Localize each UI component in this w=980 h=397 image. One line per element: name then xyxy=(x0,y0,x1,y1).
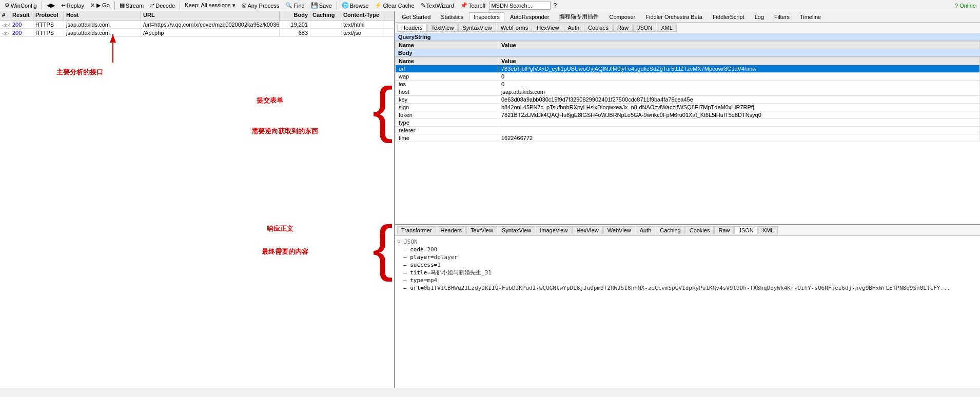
cell-caching xyxy=(310,29,341,37)
decode-button[interactable]: ⇌ Decode xyxy=(147,1,178,11)
table-row[interactable]: ◁▷5 200 HTTPS jsap.attakids.com /url=htt… xyxy=(0,21,394,29)
textwizard-icon: ✎ xyxy=(421,2,425,9)
req-tab-headers[interactable]: Headers xyxy=(397,24,427,32)
nav-button[interactable]: ◀▶ xyxy=(44,1,57,11)
stream-button[interactable]: ▦ Stream xyxy=(117,1,146,11)
annotation-submit-form: 提交表单 xyxy=(257,96,283,105)
body-table-row[interactable]: key0e63d08a9abb030c19f9d7f3290829902401f… xyxy=(396,96,980,104)
msdn-search-input[interactable] xyxy=(489,2,551,10)
tab-inspectors[interactable]: Inspectors xyxy=(469,12,504,22)
resp-tab-raw[interactable]: Raw xyxy=(714,226,734,234)
help-icon[interactable]: ? xyxy=(552,2,558,9)
response-content: ▽ JSON – code=200– player=dplayer– succe… xyxy=(395,236,980,388)
winconfig-button[interactable]: ⚙ WinConfig xyxy=(2,1,40,11)
replay-button[interactable]: ↩ Replay xyxy=(58,1,87,11)
cell-body: 683 xyxy=(280,29,310,37)
cell-url: /Api.php xyxy=(141,29,280,37)
find-button[interactable]: 🔍 Find xyxy=(283,1,307,11)
save-button[interactable]: 💾 Save xyxy=(308,1,335,11)
req-tab-cookies[interactable]: Cookies xyxy=(584,24,613,32)
body-table-row[interactable]: signb842onL45PN7c_pTsufbnbRXpyLHslxDioqw… xyxy=(396,104,980,111)
body-table-row[interactable]: url783ebTjblPglVXxD_eyfl1pUBUwoOyjAQINJI… xyxy=(396,65,980,73)
cell-result: 200 xyxy=(10,21,33,29)
req-tab-json[interactable]: JSON xyxy=(633,24,656,32)
resp-tab-caching[interactable]: Caching xyxy=(656,226,684,234)
textwizard-button[interactable]: ✎ TextWizard xyxy=(418,1,457,11)
clearcache-icon: ⚡ xyxy=(375,2,382,9)
json-item: – code=200 xyxy=(403,246,978,253)
control-icon: ✕ ▶ Go xyxy=(90,2,110,9)
resp-tab-xml[interactable]: XML xyxy=(758,226,778,234)
process-button[interactable]: ◎ Any Process xyxy=(239,1,282,11)
resp-tab-cookies[interactable]: Cookies xyxy=(685,226,714,234)
tab-orchestra[interactable]: Fiddler Orchestra Beta xyxy=(641,12,707,22)
body-cell-value xyxy=(498,119,980,127)
cell-body: 19,201 xyxy=(280,21,310,29)
body-table-row[interactable]: time1622466772 xyxy=(396,134,980,142)
resp-tab-textview[interactable]: TextView xyxy=(466,226,497,234)
body-cell-value: b842onL45PN7c_pTsufbnbRXpyLHslxDioqwxeaJ… xyxy=(498,104,980,111)
resp-tab-transformer[interactable]: Transformer xyxy=(397,226,436,234)
tab-fiddlerscript[interactable]: FiddlerScript xyxy=(708,12,749,22)
body-table-row[interactable]: hostjsap.attakids.com xyxy=(396,88,980,96)
body-table-row[interactable]: wap0 xyxy=(396,73,980,81)
tab-autoresponder[interactable]: AutoResponder xyxy=(505,12,554,22)
body-col-name: Name xyxy=(396,57,498,65)
browse-button[interactable]: 🌐 Browse xyxy=(339,1,371,11)
col-header-num: # xyxy=(0,11,10,20)
req-tab-webforms[interactable]: WebForms xyxy=(497,24,533,32)
tearoff-button[interactable]: 📌 Tearoff xyxy=(458,1,488,11)
querystring-section: QueryString Name Value xyxy=(395,33,980,49)
main-area: # Result Protocol Host URL Body Caching … xyxy=(0,11,980,388)
body-cell-name: wap xyxy=(396,73,498,81)
req-tab-syntaxview[interactable]: SyntaxView xyxy=(458,24,496,32)
body-table-row[interactable]: token7821BT2zLMdJk4QAQHu8jgE8fGSH4oWJBRN… xyxy=(396,111,980,119)
top-tabs-bar: Get Started Statistics Inspectors AutoRe… xyxy=(395,11,980,23)
replay-icon: ↩ xyxy=(61,2,66,9)
resp-tab-syntaxview[interactable]: SyntaxView xyxy=(498,226,535,234)
body-cell-name: token xyxy=(396,111,498,119)
resp-tab-imageview[interactable]: ImageView xyxy=(536,226,572,234)
tab-filters[interactable]: Filters xyxy=(770,12,794,22)
body-cell-name: type xyxy=(396,119,498,127)
clearcache-button[interactable]: ⚡ Clear Cache xyxy=(372,1,417,11)
json-item: – url=0b1fVICBHWu21LzdyDKIIQ-FubD2KPudI-… xyxy=(403,284,978,292)
req-tab-raw[interactable]: Raw xyxy=(613,24,633,32)
req-tab-textview[interactable]: TextView xyxy=(427,24,458,32)
tab-statistics[interactable]: Statistics xyxy=(436,12,468,22)
resp-tab-hexview[interactable]: HexView xyxy=(572,226,602,234)
body-table-row[interactable]: referer xyxy=(396,127,980,134)
col-header-protocol: Protocol xyxy=(33,11,64,20)
online-status: ? Online xyxy=(955,3,978,9)
body-cell-value: 7821BT2zLMdJk4QAQHu8jgE8fGSH4oWJBRNpLo5G… xyxy=(498,111,980,119)
tab-composer[interactable]: Composer xyxy=(604,12,640,22)
body-table-row[interactable]: ios0 xyxy=(396,81,980,88)
keep-button[interactable]: Keep: All sessions ▾ xyxy=(182,1,238,11)
resp-tab-auth[interactable]: Auth xyxy=(636,226,656,234)
tab-log[interactable]: Log xyxy=(750,12,769,22)
querystring-table: Name Value xyxy=(395,41,980,49)
annotations-overlay: 主要分析的接口 提交表单 需要逆向获取到的东西 { 响应正文 最终需要的内容 { xyxy=(0,11,394,388)
json-item: – player=dplayer xyxy=(403,253,978,261)
resp-tab-json[interactable]: JSON xyxy=(734,226,757,234)
control-button[interactable]: ✕ ▶ Go xyxy=(88,1,112,11)
req-tab-auth[interactable]: Auth xyxy=(564,24,584,32)
req-tab-xml[interactable]: XML xyxy=(657,24,677,32)
tab-get-started[interactable]: Get Started xyxy=(397,12,435,22)
json-root-toggle[interactable]: ▽ JSON xyxy=(397,238,978,246)
body-table-row[interactable]: type xyxy=(396,119,980,127)
browse-icon: 🌐 xyxy=(342,2,349,9)
table-row[interactable]: ◁▷7 200 HTTPS jsap.attakids.com /Api.php… xyxy=(0,29,394,37)
resp-tab-headers[interactable]: Headers xyxy=(437,226,466,234)
stream-icon: ▦ xyxy=(120,2,125,9)
annotation-main-interface: 主要分析的接口 xyxy=(56,68,103,77)
tab-timeline[interactable]: Timeline xyxy=(795,12,826,22)
sep2 xyxy=(114,2,115,10)
find-icon: 🔍 xyxy=(285,2,292,9)
req-tab-hexview[interactable]: HexView xyxy=(533,24,563,32)
body-cell-value: 0e63d08a9abb030c19f9d7f3290829902401f275… xyxy=(498,96,980,104)
resp-tab-webview[interactable]: WebView xyxy=(603,226,635,234)
cell-content: text/html xyxy=(341,21,382,29)
tab-bianchengmao[interactable]: 编程猫专用插件 xyxy=(555,12,603,22)
cell-host: jsap.attakids.com xyxy=(64,29,141,37)
